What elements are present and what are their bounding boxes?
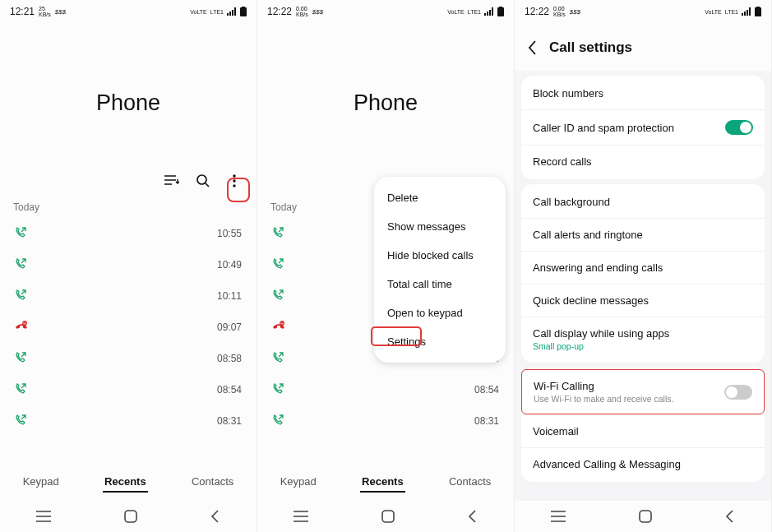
tab-contacts[interactable]: Contacts xyxy=(190,472,235,493)
outgoing-call-icon xyxy=(272,227,285,240)
dollar-indicator: $$$ xyxy=(570,8,580,16)
outgoing-call-icon xyxy=(15,289,28,303)
svg-rect-13 xyxy=(756,7,760,8)
net-speed: 0.00KB/s xyxy=(296,6,308,17)
nav-home-icon[interactable] xyxy=(381,510,395,523)
nav-bar xyxy=(257,501,514,532)
highlight-more-button xyxy=(227,178,250,202)
nav-recents-icon[interactable] xyxy=(36,511,51,522)
outgoing-call-icon xyxy=(272,258,285,271)
signal-icon xyxy=(742,7,751,16)
toolbar xyxy=(0,173,257,197)
outgoing-call-icon xyxy=(15,414,28,428)
row-call-alerts[interactable]: Call alerts and ringtone xyxy=(521,218,765,251)
outgoing-call-icon xyxy=(15,227,28,240)
status-icons-right: VoLTE LTE1 xyxy=(447,7,504,16)
tab-recents[interactable]: Recents xyxy=(103,472,148,493)
nav-back-icon[interactable] xyxy=(468,510,478,523)
settings-header: Call settings xyxy=(515,23,771,71)
nav-bar xyxy=(515,501,771,532)
call-row[interactable]: 10:11 xyxy=(0,280,257,312)
clock: 12:22 xyxy=(525,6,549,17)
dollar-indicator: $$$ xyxy=(55,8,66,16)
call-row[interactable]: 08:58 xyxy=(0,343,257,374)
svg-rect-9 xyxy=(499,7,502,8)
svg-rect-12 xyxy=(755,7,761,16)
nav-back-icon[interactable] xyxy=(210,510,220,523)
battery-icon xyxy=(755,7,761,16)
missed-call-icon xyxy=(272,321,285,334)
row-advanced-calling[interactable]: Advanced Calling & Messaging xyxy=(521,447,765,480)
row-block-numbers[interactable]: Block numbers xyxy=(521,77,765,109)
page-title: Phone xyxy=(0,23,257,173)
outgoing-call-icon xyxy=(272,383,285,396)
svg-rect-1 xyxy=(242,7,245,8)
status-bar: 12:22 0.00KB/s $$$ VoLTE LTE1 xyxy=(257,0,514,23)
battery-icon xyxy=(497,7,504,16)
call-row[interactable]: 10:49 xyxy=(0,249,257,280)
clock: 12:21 xyxy=(10,6,35,17)
outgoing-call-icon xyxy=(272,414,285,428)
outgoing-call-icon xyxy=(15,383,28,396)
panel-phone-recents: 12:21 25KB/s $$$ VoLTE LTE1 Phone Today … xyxy=(0,0,257,532)
battery-icon xyxy=(240,7,247,16)
search-icon[interactable] xyxy=(196,173,210,188)
nav-home-icon[interactable] xyxy=(124,510,137,523)
highlight-settings-item xyxy=(371,326,422,346)
section-today: Today xyxy=(0,197,257,218)
status-bar: 12:21 25KB/s $$$ VoLTE LTE1 xyxy=(0,0,257,23)
svg-point-2 xyxy=(197,175,206,184)
svg-rect-14 xyxy=(640,511,651,522)
nav-recents-icon[interactable] xyxy=(294,511,308,522)
menu-total-call-time[interactable]: Total call time xyxy=(374,270,506,298)
toggle-wifi-calling[interactable] xyxy=(724,385,752,400)
row-answering[interactable]: Answering and ending calls xyxy=(521,251,765,284)
nav-bar xyxy=(0,501,257,532)
tab-keypad[interactable]: Keypad xyxy=(21,472,61,493)
call-row[interactable]: 10:55 xyxy=(0,218,257,249)
panel-phone-menu: 12:22 0.00KB/s $$$ VoLTE LTE1 Phone Toda… xyxy=(257,0,515,532)
svg-rect-8 xyxy=(497,7,504,16)
tab-keypad[interactable]: Keypad xyxy=(279,472,318,493)
settings-group-2: Call background Call alerts and ringtone… xyxy=(521,184,765,363)
menu-open-keypad[interactable]: Open to keypad xyxy=(374,298,506,327)
page-title: Phone xyxy=(257,23,514,173)
bottom-tabs: Keypad Recents Contacts xyxy=(257,464,514,501)
outgoing-call-icon xyxy=(15,352,28,365)
call-row[interactable]: 08:31 xyxy=(257,405,514,437)
row-wifi-calling[interactable]: Wi-Fi CallingUse Wi-Fi to make and recei… xyxy=(521,369,765,414)
row-record-calls[interactable]: Record calls xyxy=(521,145,765,178)
menu-show-messages[interactable]: Show messages xyxy=(374,212,506,241)
settings-group-3: Wi-Fi CallingUse Wi-Fi to make and recei… xyxy=(521,368,765,482)
settings-title: Call settings xyxy=(549,39,632,56)
outgoing-call-icon xyxy=(272,352,285,365)
row-call-display[interactable]: Call display while using appsSmall pop-u… xyxy=(521,317,765,361)
svg-rect-0 xyxy=(240,7,247,16)
tab-contacts[interactable]: Contacts xyxy=(447,472,492,493)
net-speed: 25KB/s xyxy=(39,6,51,17)
call-row[interactable]: 08:54 xyxy=(0,374,257,405)
row-quick-decline[interactable]: Quick decline messages xyxy=(521,284,765,317)
nav-home-icon[interactable] xyxy=(639,510,652,523)
nav-recents-icon[interactable] xyxy=(551,511,566,522)
status-bar: 12:22 0.00KB/s $$$ VoLTE LTE1 xyxy=(515,0,771,23)
row-call-background[interactable]: Call background xyxy=(521,186,765,218)
filter-icon[interactable] xyxy=(164,173,179,188)
menu-hide-blocked[interactable]: Hide blocked calls xyxy=(374,241,506,270)
call-row[interactable]: 09:07 xyxy=(0,312,257,343)
status-icons-right: VoLTE LTE1 xyxy=(190,7,247,16)
row-voicemail[interactable]: Voicemail xyxy=(521,414,765,447)
nav-back-icon[interactable] xyxy=(725,510,735,523)
missed-call-icon xyxy=(15,321,28,334)
call-row[interactable]: 08:54 xyxy=(257,374,514,405)
svg-rect-7 xyxy=(125,511,136,522)
signal-icon xyxy=(227,7,237,16)
back-icon[interactable] xyxy=(528,40,538,55)
clock: 12:22 xyxy=(267,6,292,17)
bottom-tabs: Keypad Recents Contacts xyxy=(0,464,257,501)
call-row[interactable]: 08:31 xyxy=(0,405,257,437)
tab-recents[interactable]: Recents xyxy=(360,472,405,493)
toggle-caller-id[interactable] xyxy=(725,120,753,135)
row-caller-id[interactable]: Caller ID and spam protection xyxy=(521,109,765,145)
menu-delete[interactable]: Delete xyxy=(374,183,506,212)
